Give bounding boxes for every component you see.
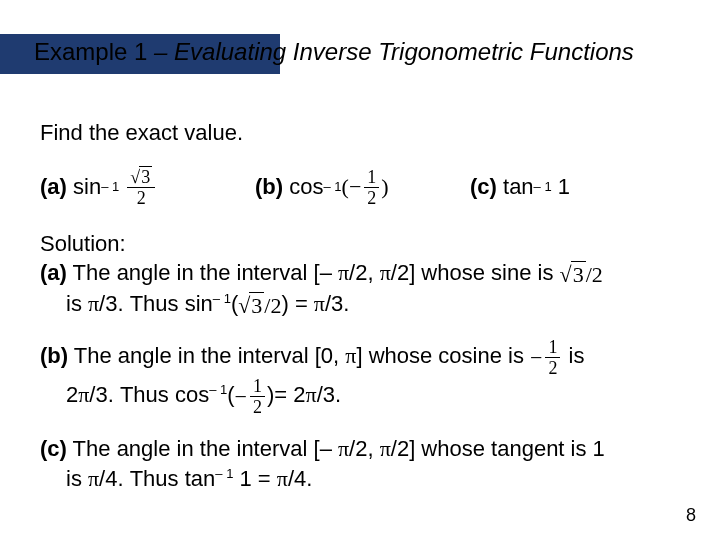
problem-c-arg: 1 bbox=[558, 172, 570, 202]
solution-c-label: (c) bbox=[40, 436, 67, 461]
solution-block: Solution: (a) The angle in the interval … bbox=[40, 229, 680, 494]
neg-half-icon: −12 bbox=[235, 377, 267, 416]
sqrt3-over-2-icon: 3/2 bbox=[238, 291, 281, 321]
problem-b-arg: − 1 2 bbox=[349, 168, 381, 207]
problem-c-fn: tan bbox=[503, 172, 534, 202]
slide-title: Example 1 – Evaluating Inverse Trigonome… bbox=[34, 38, 634, 66]
problem-b-label: (b) bbox=[255, 172, 283, 202]
problem-row: (a) sin– 1 3 2 (b) cos– 1 ( − 1 2 bbox=[40, 168, 680, 207]
title-subtitle: Evaluating Inverse Trigonometric Functio… bbox=[174, 38, 634, 65]
problem-a-label: (a) bbox=[40, 172, 67, 202]
page-number: 8 bbox=[686, 505, 696, 526]
problem-c-label: (c) bbox=[470, 172, 497, 202]
problem-a-fn: sin bbox=[73, 172, 101, 202]
problem-b: (b) cos– 1 ( − 1 2 ) bbox=[255, 168, 470, 207]
title-example: Example 1 bbox=[34, 38, 147, 65]
solution-a-label: (a) bbox=[40, 260, 67, 285]
solution-heading: Solution: bbox=[40, 229, 680, 259]
solution-c: (c) The angle in the interval [– π/2, π/… bbox=[40, 434, 680, 493]
slide: Example 1 – Evaluating Inverse Trigonome… bbox=[0, 0, 720, 540]
problem-a: (a) sin– 1 3 2 bbox=[40, 168, 255, 207]
problem-a-arg: 3 2 bbox=[125, 168, 157, 207]
problem-c: (c) tan– 1 1 bbox=[470, 172, 570, 202]
solution-a-line2: is π/3. Thus sin– 1(3/2) = π/3. bbox=[66, 289, 680, 320]
problem-b-fn: cos bbox=[289, 172, 323, 202]
solution-b: (b) The angle in the interval [0, π] who… bbox=[40, 338, 680, 416]
neg-half-icon: −12 bbox=[530, 338, 562, 377]
slide-body: Find the exact value. (a) sin– 1 3 2 (b)… bbox=[40, 118, 680, 494]
sqrt3-over-2-icon: 3/2 bbox=[560, 260, 603, 290]
solution-b-label: (b) bbox=[40, 344, 68, 369]
solution-b-line2: 2π/3. Thus cos– 1(−12)= 2π/3. bbox=[66, 377, 680, 416]
title-dash: – bbox=[147, 38, 174, 65]
solution-c-line2: is π/4. Thus tan– 1 1 = π/4. bbox=[66, 464, 680, 494]
solution-a: (a) The angle in the interval [– π/2, π/… bbox=[40, 258, 680, 320]
prompt-text: Find the exact value. bbox=[40, 118, 680, 148]
